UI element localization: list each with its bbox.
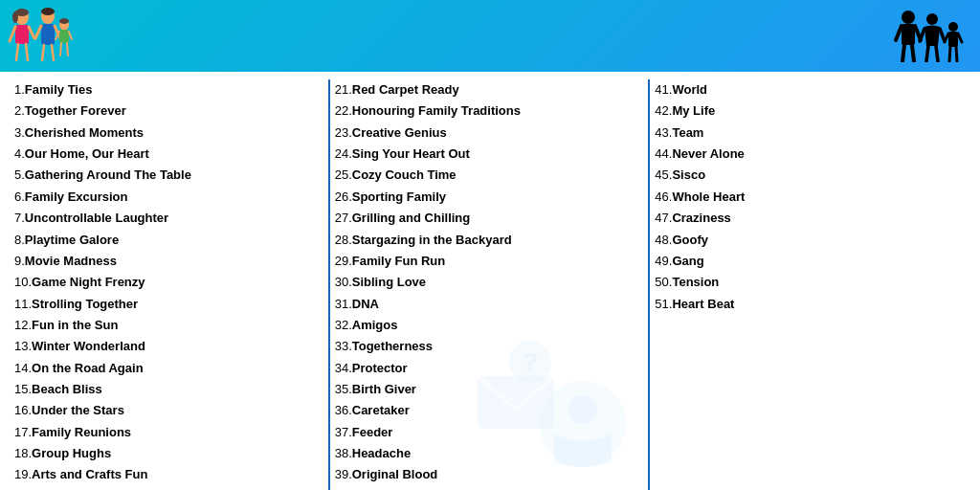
item-number: 7. — [14, 211, 25, 225]
item-number: 39. — [335, 467, 352, 481]
list-item: 7.Uncontrollable Laughter — [14, 208, 325, 229]
item-label: Protector — [352, 361, 408, 375]
svg-line-30 — [940, 29, 945, 41]
item-number: 43. — [655, 125, 672, 140]
item-number: 29. — [335, 254, 352, 268]
item-label: Sisco — [672, 167, 705, 182]
list-item: 25.Cozy Couch Time — [335, 165, 646, 186]
list-item: 15.Beach Bliss — [14, 379, 325, 400]
column-2: ? 21.Red Carpet Ready22.Honouring Family… — [330, 79, 651, 490]
item-label: Goofy — [672, 233, 708, 247]
svg-line-31 — [926, 46, 928, 61]
item-label: World — [672, 82, 707, 97]
list-item: 35.Birth Giver — [335, 379, 646, 400]
list-item: 1.Family Ties — [14, 79, 325, 100]
item-label: Tension — [672, 275, 719, 289]
list-item: 28.Stargazing in the Backyard — [335, 230, 646, 251]
svg-line-32 — [936, 46, 938, 61]
svg-line-24 — [896, 26, 902, 40]
list-item: 40.Happiness — [335, 486, 646, 490]
item-number: 13. — [14, 339, 32, 353]
item-number: 35. — [335, 382, 352, 396]
list-item: 29.Family Fun Run — [335, 251, 646, 272]
list-item: 37.Feeder — [335, 422, 646, 443]
list-item: 50.Tension — [655, 272, 966, 293]
svg-line-20 — [67, 43, 68, 56]
item-label: On the Road Again — [32, 361, 144, 375]
item-number: 6. — [14, 189, 25, 204]
svg-line-27 — [912, 45, 914, 61]
item-label: Whole Heart — [672, 189, 745, 204]
item-label: Cherished Moments — [25, 125, 144, 140]
svg-line-3 — [29, 27, 34, 38]
item-number: 45. — [655, 167, 672, 182]
list-item: 24.Sing Your Heart Out — [335, 144, 646, 165]
list-item: 36.Caretaker — [335, 400, 646, 421]
svg-point-14 — [41, 8, 55, 15]
item-label: Family Excursion — [25, 189, 128, 204]
item-number: 17. — [14, 425, 32, 439]
item-number: 14. — [14, 361, 32, 375]
item-label: Gang — [672, 254, 703, 268]
item-label: Creative Genius — [352, 125, 447, 140]
item-label: Sibling Love — [352, 275, 426, 289]
item-number: 27. — [335, 211, 352, 225]
svg-line-10 — [35, 26, 41, 38]
list-item: 9.Movie Madness — [14, 251, 325, 272]
list-item: 16.Under the Stars — [14, 400, 325, 421]
svg-point-33 — [948, 22, 958, 32]
item-label: Game Night Frenzy — [32, 275, 145, 289]
svg-line-36 — [958, 33, 962, 42]
item-number: 8. — [14, 233, 25, 247]
item-number: 23. — [335, 125, 352, 140]
item-label: Our Home, Our Heart — [25, 146, 149, 161]
item-label: Caretaker — [352, 403, 410, 417]
svg-line-5 — [26, 44, 28, 60]
list-item: 43.Team — [655, 122, 966, 144]
list-item: 45.Sisco — [655, 165, 966, 186]
item-label: Gathering Around The Table — [25, 167, 191, 182]
item-number: 37. — [335, 425, 352, 439]
item-label: Sing Your Heart Out — [352, 146, 470, 161]
item-number: 47. — [655, 211, 672, 225]
header — [0, 0, 980, 72]
list-item: 49.Gang — [655, 251, 966, 272]
list-item: 34.Protector — [335, 358, 646, 379]
list-item: 31.DNA — [335, 294, 646, 315]
item-number: 4. — [14, 146, 25, 161]
item-label: Playtime Galore — [25, 233, 119, 247]
item-label: DNA — [352, 297, 379, 311]
item-number: 48. — [655, 233, 672, 247]
svg-line-26 — [902, 45, 904, 61]
item-number: 2. — [14, 103, 25, 118]
item-number: 33. — [335, 339, 352, 353]
svg-rect-34 — [948, 32, 958, 47]
item-number: 5. — [14, 167, 25, 182]
item-number: 26. — [335, 189, 352, 204]
list-item: 2.Together Forever — [14, 100, 325, 122]
column-3: 41.World42.My Life43.Team44.Never Alone4… — [650, 79, 970, 490]
list-item: 18.Group Hughs — [14, 443, 325, 464]
svg-line-2 — [10, 27, 15, 41]
svg-rect-1 — [15, 25, 29, 44]
svg-line-19 — [60, 43, 61, 56]
item-number: 12. — [14, 318, 32, 332]
column-1: 1.Family Ties2.Together Forever3.Cherish… — [10, 79, 330, 490]
list-item: 46.Whole Heart — [655, 187, 966, 208]
content-area: 1.Family Ties2.Together Forever3.Cherish… — [0, 72, 980, 490]
item-number: 46. — [655, 189, 672, 204]
svg-rect-23 — [902, 24, 915, 45]
item-label: My Life — [672, 103, 715, 118]
item-label: Beach Bliss — [32, 382, 102, 396]
item-label: Amigos — [352, 318, 398, 332]
list-item: 41.World — [655, 79, 966, 100]
item-number: 36. — [335, 403, 352, 417]
family-cartoon-icon — [5, 8, 77, 65]
list-item: 12.Fun in the Sun — [14, 315, 325, 336]
list-item: 22.Honouring Family Traditions — [335, 100, 646, 122]
item-label: Stargazing in the Backyard — [352, 233, 512, 247]
list-item: 20.Yard Work Teamwork — [14, 486, 325, 490]
list-item: 42.My Life — [655, 100, 966, 122]
item-number: 38. — [335, 446, 352, 460]
item-number: 1. — [14, 82, 25, 97]
